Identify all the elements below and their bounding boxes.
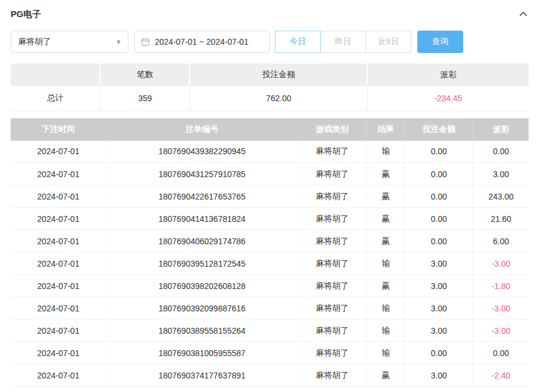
header-bet-time: 下注时间 bbox=[11, 118, 107, 141]
bet-id-cell: 1807690392099887616 bbox=[107, 297, 298, 320]
summary-total-count: 359 bbox=[100, 86, 190, 111]
bet-time-cell: 2024-07-01 bbox=[11, 253, 107, 275]
bet-amount-cell: 3.00 bbox=[405, 297, 473, 320]
table-row: 2024-07-011807690406029174786麻将胡了赢0.006.… bbox=[11, 230, 529, 253]
collapse-chevron-up-icon[interactable] bbox=[518, 9, 529, 19]
header-payout: 派彩 bbox=[473, 118, 529, 141]
summary-total-payout: -234.45 bbox=[367, 86, 529, 111]
bet-amount-cell: 0.00 bbox=[405, 185, 473, 208]
bet-amount-cell: 0.00 bbox=[405, 230, 473, 253]
table-row: 2024-07-011807690374177637891麻将胡了赢3.00-2… bbox=[11, 364, 529, 387]
header-result: 结果 bbox=[367, 118, 404, 141]
payout-cell: -2.40 bbox=[473, 364, 529, 387]
last-8-days-button[interactable]: 近8日 bbox=[366, 31, 411, 53]
bet-amount-cell: 3.00 bbox=[405, 253, 473, 275]
bet-id-cell: 1807690381005955587 bbox=[107, 342, 298, 364]
game-category-cell: 麻将胡了 bbox=[298, 185, 367, 208]
game-category-cell: 麻将胡了 bbox=[298, 297, 367, 320]
game-category-cell: 麻将胡了 bbox=[298, 141, 367, 163]
payout-cell: 0.00 bbox=[473, 342, 529, 364]
result-cell: 输 bbox=[367, 342, 404, 364]
table-row: 2024-07-011807690439382290945麻将胡了输0.000.… bbox=[11, 141, 529, 163]
game-select[interactable]: 麻将胡了 ▼ bbox=[11, 31, 128, 53]
summary-total-bet-amount: 762.00 bbox=[190, 86, 367, 111]
bet-time-cell: 2024-07-01 bbox=[11, 141, 107, 163]
table-row: 2024-07-011807690392099887616麻将胡了输3.00-3… bbox=[11, 297, 529, 320]
game-category-cell: 麻将胡了 bbox=[298, 253, 367, 275]
table-row: 2024-07-011807690431257910785麻将胡了赢0.003.… bbox=[11, 163, 529, 185]
table-row: 2024-07-011807690395128172545麻将胡了输3.00-3… bbox=[11, 253, 529, 275]
summary-header-blank bbox=[11, 64, 100, 86]
game-select-value: 麻将胡了 bbox=[18, 36, 51, 47]
result-cell: 赢 bbox=[367, 230, 404, 253]
result-cell: 赢 bbox=[367, 364, 404, 387]
summary-total-label: 总计 bbox=[11, 86, 100, 111]
bet-id-cell: 1807690395128172545 bbox=[107, 253, 298, 275]
bet-time-cell: 2024-07-01 bbox=[11, 185, 107, 208]
bet-table-header-row: 下注时间 注单编号 游戏类别 结果 投注金额 派彩 bbox=[11, 118, 529, 141]
bet-id-cell: 1807690414136781824 bbox=[107, 208, 298, 230]
game-category-cell: 麻将胡了 bbox=[298, 320, 367, 342]
payout-cell: -3.00 bbox=[473, 320, 529, 342]
bet-table-body: 2024-07-011807690439382290945麻将胡了输0.000.… bbox=[11, 141, 529, 387]
bet-amount-cell: 3.00 bbox=[405, 320, 473, 342]
bet-id-cell: 1807690374177637891 bbox=[107, 364, 298, 387]
game-category-cell: 麻将胡了 bbox=[298, 364, 367, 387]
bet-amount-cell: 0.00 bbox=[405, 208, 473, 230]
bet-id-cell: 1807690431257910785 bbox=[107, 163, 298, 185]
game-category-cell: 麻将胡了 bbox=[298, 163, 367, 185]
summary-header-payout: 派彩 bbox=[367, 64, 529, 86]
quick-range-group: 今日 昨日 近8日 bbox=[275, 31, 411, 53]
yesterday-button[interactable]: 昨日 bbox=[320, 31, 366, 53]
bet-id-cell: 1807690439382290945 bbox=[107, 141, 298, 163]
game-category-cell: 麻将胡了 bbox=[298, 342, 367, 364]
bet-id-cell: 1807690406029174786 bbox=[107, 230, 298, 253]
summary-header-count: 笔数 bbox=[100, 64, 190, 86]
bet-amount-cell: 0.00 bbox=[405, 141, 473, 163]
today-button[interactable]: 今日 bbox=[275, 31, 321, 53]
game-category-cell: 麻将胡了 bbox=[298, 230, 367, 253]
panel-header: PG电子 bbox=[11, 0, 529, 28]
payout-cell: -1.80 bbox=[473, 275, 529, 297]
result-cell: 输 bbox=[367, 297, 404, 320]
payout-cell: 6.00 bbox=[473, 230, 529, 253]
summary-table: 笔数 投注金额 派彩 总计 359 762.00 -234.45 bbox=[11, 64, 529, 111]
table-row: 2024-07-011807690381005955587麻将胡了输0.000.… bbox=[11, 342, 529, 364]
bet-time-cell: 2024-07-01 bbox=[11, 275, 107, 297]
bet-id-cell: 1807690422617653765 bbox=[107, 185, 298, 208]
panel-title: PG电子 bbox=[11, 9, 41, 20]
header-bet-id: 注单编号 bbox=[107, 118, 298, 141]
date-range-picker[interactable]: 2024-07-01 ~ 2024-07-01 bbox=[134, 31, 270, 53]
bet-records-table: 下注时间 注单编号 游戏类别 结果 投注金额 派彩 2024-07-011807… bbox=[11, 118, 529, 387]
result-cell: 输 bbox=[367, 253, 404, 275]
game-category-cell: 麻将胡了 bbox=[298, 208, 367, 230]
result-cell: 赢 bbox=[367, 208, 404, 230]
table-row: 2024-07-011807690414136781824麻将胡了赢0.0021… bbox=[11, 208, 529, 230]
betting-records-panel: PG电子 麻将胡了 ▼ 2024-07-01 ~ 2024-07-01 今日 昨… bbox=[0, 0, 538, 387]
bet-time-cell: 2024-07-01 bbox=[11, 342, 107, 364]
table-row: 2024-07-011807690398202608128麻将胡了赢3.00-1… bbox=[11, 275, 529, 297]
chevron-down-icon: ▼ bbox=[115, 38, 122, 45]
result-cell: 输 bbox=[367, 141, 404, 163]
result-cell: 赢 bbox=[367, 163, 404, 185]
header-bet-amount: 投注金额 bbox=[405, 118, 473, 141]
payout-cell: 3.00 bbox=[473, 163, 529, 185]
search-button[interactable]: 查询 bbox=[417, 31, 463, 53]
bet-amount-cell: 0.00 bbox=[405, 342, 473, 364]
bet-id-cell: 1807690389558155264 bbox=[107, 320, 298, 342]
payout-cell: 0.00 bbox=[473, 141, 529, 163]
bet-amount-cell: 3.00 bbox=[405, 364, 473, 387]
table-row: 2024-07-011807690422617653765麻将胡了赢0.0024… bbox=[11, 185, 529, 208]
bet-time-cell: 2024-07-01 bbox=[11, 163, 107, 185]
calendar-icon bbox=[141, 37, 150, 46]
bet-time-cell: 2024-07-01 bbox=[11, 320, 107, 342]
payout-cell: -3.00 bbox=[473, 253, 529, 275]
summary-header-row: 笔数 投注金额 派彩 bbox=[11, 64, 529, 86]
result-cell: 输 bbox=[367, 320, 404, 342]
summary-total-row: 总计 359 762.00 -234.45 bbox=[11, 86, 529, 111]
payout-cell: 243.00 bbox=[473, 185, 529, 208]
bet-id-cell: 1807690398202608128 bbox=[107, 275, 298, 297]
bet-time-cell: 2024-07-01 bbox=[11, 364, 107, 387]
game-category-cell: 麻将胡了 bbox=[298, 275, 367, 297]
bet-time-cell: 2024-07-01 bbox=[11, 230, 107, 253]
